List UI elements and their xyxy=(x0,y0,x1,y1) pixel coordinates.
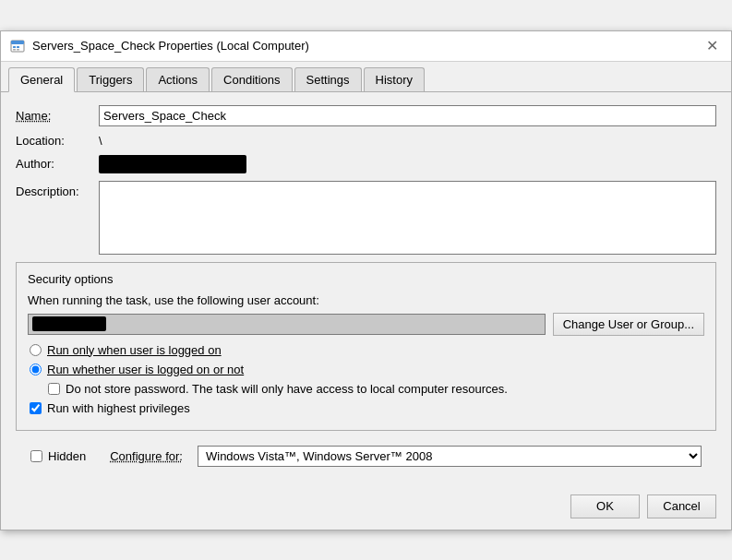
run-logged-on-radio[interactable] xyxy=(30,344,42,356)
configure-for-select[interactable]: Windows Vista™, Windows Server™ 2008 Win… xyxy=(198,446,702,467)
name-input[interactable] xyxy=(99,105,716,126)
title-bar: Servers_Space_Check Properties (Local Co… xyxy=(1,31,731,62)
hidden-checkbox[interactable] xyxy=(30,450,42,462)
author-label: Author: xyxy=(16,157,99,171)
author-redacted xyxy=(99,155,246,173)
change-user-button[interactable]: Change User or Group... xyxy=(553,313,704,336)
svg-rect-2 xyxy=(13,46,16,48)
run-whether-logged-radio[interactable] xyxy=(30,363,42,375)
run-highest-privileges-row: Run with highest privileges xyxy=(28,401,704,415)
run-logged-on-label[interactable]: Run only when user is logged on xyxy=(47,343,222,357)
name-label: Name: xyxy=(16,109,99,123)
bottom-row: Hidden Configure for: Windows Vista™, Wi… xyxy=(16,438,716,474)
run-highest-privileges-checkbox[interactable] xyxy=(30,402,42,414)
do-not-store-password-checkbox[interactable] xyxy=(48,383,60,395)
description-textarea[interactable] xyxy=(99,181,716,255)
description-row: Description: xyxy=(16,181,716,255)
location-value: \ xyxy=(99,134,102,148)
title-bar-left: Servers_Space_Check Properties (Local Co… xyxy=(10,39,309,54)
tab-history[interactable]: History xyxy=(364,67,425,91)
hidden-row: Hidden xyxy=(30,449,86,463)
run-whether-logged-label-text: Run whether user is logged on or not xyxy=(47,363,244,376)
cancel-button[interactable]: Cancel xyxy=(647,494,716,518)
run-whether-logged-label[interactable]: Run whether user is logged on or not xyxy=(47,363,244,376)
run-highest-privileges-label[interactable]: Run with highest privileges xyxy=(47,401,190,415)
do-not-store-password-label[interactable]: Do not store password. The task will onl… xyxy=(66,382,508,396)
tab-settings[interactable]: Settings xyxy=(294,67,362,91)
author-row: Author: xyxy=(16,155,716,173)
footer-buttons: OK Cancel xyxy=(1,487,731,530)
tab-bar: General Triggers Actions Conditions Sett… xyxy=(1,62,731,91)
svg-rect-5 xyxy=(17,49,19,51)
configure-for-label: Configure for: xyxy=(110,449,183,463)
svg-rect-3 xyxy=(17,46,19,48)
location-label: Location: xyxy=(16,134,99,148)
location-row: Location: \ xyxy=(16,134,716,148)
tab-general[interactable]: General xyxy=(8,67,75,92)
close-button[interactable]: ✕ xyxy=(702,39,722,54)
do-not-store-password-row: Do not store password. The task will onl… xyxy=(28,382,704,396)
ok-button[interactable]: OK xyxy=(570,494,640,518)
svg-rect-4 xyxy=(13,49,16,51)
window-title: Servers_Space_Check Properties (Local Co… xyxy=(32,39,309,53)
svg-rect-1 xyxy=(11,41,24,44)
user-account-redacted xyxy=(32,316,106,331)
dialog-window: Servers_Space_Check Properties (Local Co… xyxy=(0,30,732,530)
security-title: Security options xyxy=(28,272,704,286)
security-subtitle: When running the task, use the following… xyxy=(28,293,704,307)
radio-logged-on-row: Run only when user is logged on xyxy=(28,343,704,357)
security-options-section: Security options When running the task, … xyxy=(16,262,716,431)
description-label: Description: xyxy=(16,181,99,198)
tab-actions[interactable]: Actions xyxy=(146,67,210,91)
run-logged-on-label-text: Run only when user is logged on xyxy=(47,343,222,357)
radio-whether-logged-row: Run whether user is logged on or not xyxy=(28,363,704,376)
name-row: Name: xyxy=(16,105,716,126)
general-tab-content: Name: Location: \ Author: Description: S… xyxy=(1,91,731,487)
hidden-label[interactable]: Hidden xyxy=(48,449,86,463)
tab-triggers[interactable]: Triggers xyxy=(77,67,144,91)
task-scheduler-icon xyxy=(10,39,25,54)
user-account-row: Change User or Group... xyxy=(28,313,704,336)
tab-conditions[interactable]: Conditions xyxy=(211,67,292,91)
